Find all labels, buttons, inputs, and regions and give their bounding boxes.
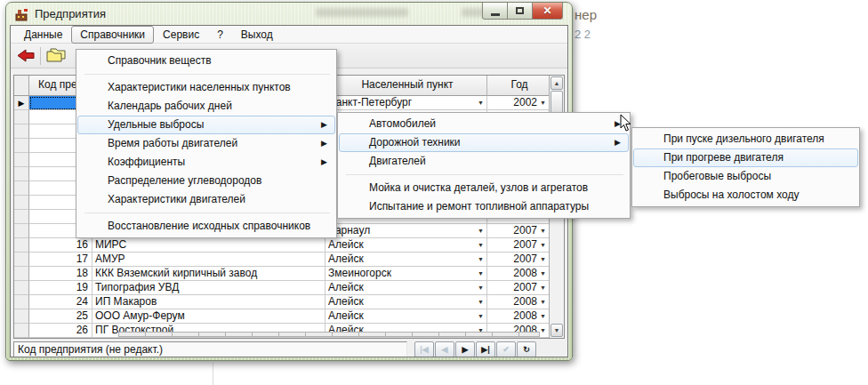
menu-item[interactable]: Двигателей	[339, 152, 629, 171]
cell-city[interactable]: Алейск ▼	[326, 281, 487, 295]
nav-button[interactable]: ✔	[496, 341, 516, 357]
menubar-item[interactable]: Сервис	[154, 26, 208, 44]
row-selector[interactable]	[14, 153, 29, 167]
row-selector[interactable]	[14, 253, 29, 267]
menubar-item[interactable]: Справочники	[71, 26, 154, 44]
scrollbar-thumb[interactable]	[551, 91, 563, 115]
dropdown-arrow-icon[interactable]: ▼	[475, 281, 486, 294]
dropdown-arrow-icon[interactable]: ▼	[475, 295, 486, 309]
menu-item[interactable]: Удельные выбросы ▶	[77, 116, 335, 134]
dropdown-arrow-icon[interactable]: ▼	[537, 309, 549, 323]
cell-city[interactable]: Алейск ▼	[326, 238, 487, 253]
cell-name[interactable]: МИРС	[92, 238, 326, 253]
dropdown-arrow-icon[interactable]: ▼	[537, 295, 549, 309]
horizontal-scrollbar[interactable]	[118, 332, 540, 337]
cell-city[interactable]: Змеиногорск ▼	[326, 267, 487, 281]
close-button[interactable]: ✕	[532, 3, 563, 20]
scroll-down-icon[interactable]: ▼	[551, 324, 563, 337]
menu-item[interactable]: Автомобилей ▶	[339, 115, 629, 133]
cell-name[interactable]: ККК Вяземский кирпичный завод	[92, 267, 326, 281]
scroll-up-icon[interactable]: ▲	[551, 76, 563, 90]
cell-city[interactable]: Барнаул ▼	[326, 224, 487, 238]
row-selector[interactable]	[14, 309, 29, 324]
nav-button[interactable]: ▶	[455, 341, 475, 357]
copy-button[interactable]	[44, 45, 68, 67]
cell-code[interactable]: 17	[29, 253, 92, 267]
nav-button[interactable]: ▶|	[476, 341, 495, 357]
cell-name[interactable]: АМУР	[92, 253, 326, 267]
menu-item[interactable]: Коэффициенты ▶	[77, 153, 335, 172]
row-selector[interactable]	[14, 139, 29, 153]
cell-year[interactable]: 2002 ▼	[487, 96, 550, 110]
cell-year[interactable]: 2008 ▼	[487, 309, 550, 324]
cell-code[interactable]: 26	[29, 324, 92, 338]
menu-item[interactable]: Мойка и очистка деталей, узлов и агрегат…	[339, 179, 629, 197]
table-row[interactable]: 24 ИП Макаров Алейск ▼ 2008 ▼	[14, 295, 564, 309]
row-selector[interactable]	[14, 124, 29, 139]
row-selector[interactable]	[14, 224, 29, 238]
row-selector[interactable]: ▶	[14, 96, 29, 110]
cell-city[interactable]: Алейск ▼	[326, 309, 487, 324]
dropdown-arrow-icon[interactable]: ▼	[537, 238, 549, 252]
cell-year[interactable]: 2008 ▼	[487, 295, 550, 309]
menu-item[interactable]: Календарь рабочих дней	[77, 97, 335, 116]
menu-item[interactable]: При пуске дизельного двигателя	[633, 130, 858, 148]
menubar-item[interactable]: ?	[208, 26, 232, 44]
dropdown-arrow-icon[interactable]: ▼	[537, 281, 549, 294]
row-selector[interactable]	[14, 324, 29, 338]
row-selector[interactable]	[14, 238, 29, 253]
header-city[interactable]: Населенный пункт	[326, 76, 487, 96]
cell-city[interactable]: Алейск ▼	[326, 253, 487, 267]
cell-city[interactable]: Алейск ▼	[326, 295, 487, 309]
cell-code[interactable]: 19	[29, 281, 92, 295]
menu-item[interactable]: Испытание и ремонт топливной аппаратуры	[339, 197, 629, 216]
row-selector[interactable]	[14, 267, 29, 281]
cell-code[interactable]: 16	[29, 238, 92, 253]
menu-item[interactable]	[77, 70, 335, 78]
cell-name[interactable]: ООО Амур-Ферум	[92, 309, 326, 324]
cell-year[interactable]: 2008 ▼	[487, 267, 550, 281]
dropdown-arrow-icon[interactable]: ▼	[537, 96, 549, 109]
menu-item[interactable]	[339, 171, 629, 179]
cell-code[interactable]: 25	[29, 309, 92, 324]
menu-item[interactable]: Характеристики двигателей	[77, 190, 335, 209]
row-selector[interactable]	[14, 110, 29, 124]
menubar-item[interactable]: Выход	[232, 26, 282, 44]
dropdown-arrow-icon[interactable]: ▼	[537, 267, 549, 280]
menu-item[interactable]: Выбросы на холостом ходу	[633, 186, 858, 205]
menu-item[interactable]: Распределение углеводородов	[77, 172, 335, 190]
cell-code[interactable]: 18	[29, 267, 92, 281]
dropdown-arrow-icon[interactable]: ▼	[475, 267, 486, 280]
menu-item[interactable]: Восстановление исходных справочников	[77, 217, 335, 236]
titlebar[interactable]: Предприятия ✕	[6, 3, 572, 25]
back-button[interactable]	[13, 45, 37, 67]
table-row[interactable]: 19 Типография УВД Алейск ▼ 2007 ▼	[14, 281, 564, 295]
cell-year[interactable]: 2007 ▼	[487, 281, 550, 295]
table-row[interactable]: 25 ООО Амур-Ферум Алейск ▼ 2008 ▼	[14, 309, 564, 324]
cell-year[interactable]: 2007 ▼	[487, 253, 550, 267]
menubar-item[interactable]: Данные	[15, 26, 71, 44]
maximize-button[interactable]	[508, 3, 532, 20]
menu-item[interactable]: Время работы двигателей ▶	[77, 134, 335, 153]
table-row[interactable]: 17 АМУР Алейск ▼ 2007 ▼	[14, 253, 564, 267]
dropdown-arrow-icon[interactable]: ▼	[475, 224, 486, 237]
row-selector[interactable]	[14, 295, 29, 309]
dropdown-arrow-icon[interactable]: ▼	[475, 238, 486, 252]
row-selector[interactable]	[14, 281, 29, 295]
dropdown-arrow-icon[interactable]: ▼	[537, 253, 549, 266]
cell-year[interactable]: 2007 ▼	[487, 224, 550, 238]
menu-item[interactable]: При прогреве двигателя	[633, 148, 858, 167]
menu-item[interactable]: Справочник веществ	[77, 52, 335, 70]
cell-code[interactable]: 24	[29, 295, 92, 309]
table-row[interactable]: 18 ККК Вяземский кирпичный завод Змеиног…	[14, 267, 564, 281]
nav-button[interactable]: |◀	[414, 341, 434, 357]
row-selector[interactable]	[14, 210, 29, 224]
row-selector[interactable]	[14, 167, 29, 181]
cell-name[interactable]: Типография УВД	[92, 281, 326, 295]
table-row[interactable]: 16 МИРС Алейск ▼ 2007 ▼	[14, 238, 564, 253]
row-selector[interactable]	[14, 196, 29, 210]
menu-item[interactable]: Пробеговые выбросы	[633, 167, 858, 186]
cell-name[interactable]: ИП Макаров	[92, 295, 326, 309]
minimize-button[interactable]	[482, 3, 508, 20]
nav-button[interactable]: ↻	[517, 341, 536, 357]
